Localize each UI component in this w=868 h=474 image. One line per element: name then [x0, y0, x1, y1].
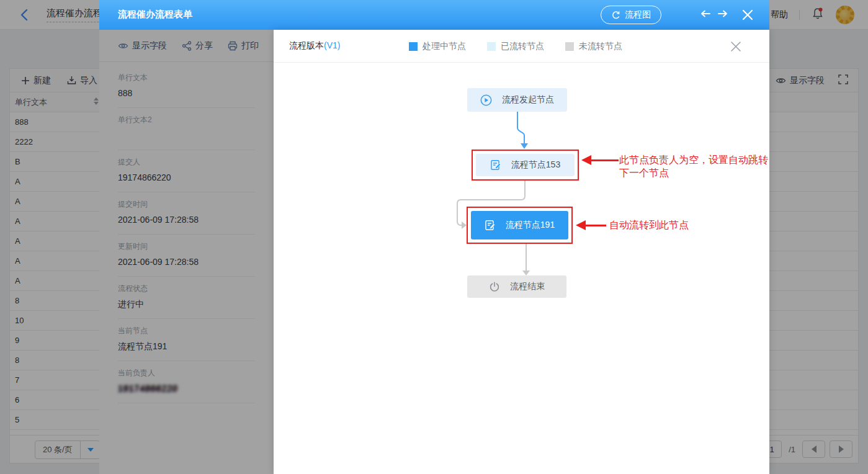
- flowchart-header: 流程版本(V1) 处理中节点 已流转节点 未流转节点: [274, 30, 769, 63]
- drawer-close-icon[interactable]: [741, 8, 754, 24]
- flow-connectors: [274, 63, 769, 474]
- flow-node-end[interactable]: 流程结束: [467, 275, 566, 298]
- flowchart-panel: 流程版本(V1) 处理中节点 已流转节点 未流转节点: [274, 30, 769, 474]
- legend-label: 已流转节点: [501, 41, 544, 52]
- highlight-box-153: 流程节点153: [472, 150, 579, 181]
- flowchart-icon: [611, 11, 620, 20]
- flowchart-close-icon[interactable]: [730, 40, 742, 55]
- flow-version-number: (V1): [324, 40, 340, 50]
- app-root: 流程催办流程表单 帮助 新建 导入: [0, 0, 868, 474]
- prev-record-icon[interactable]: [700, 9, 711, 19]
- legend-item: 未流转节点: [565, 41, 622, 52]
- record-nav: [700, 9, 728, 19]
- flow-version: 流程版本(V1): [289, 40, 340, 51]
- annotation-arrow-1: [581, 155, 619, 165]
- flowchart-canvas: 流程发起节点 流程节点153 此节点负责人为空，设置自动跳转 下一个节点 流: [274, 63, 769, 474]
- flow-node-191[interactable]: 流程节点191: [471, 211, 568, 239]
- drawer-header: 流程催办流程表单 流程图: [99, 0, 769, 30]
- annotation-arrow-2: [576, 220, 606, 230]
- flow-node-start[interactable]: 流程发起节点: [467, 88, 567, 112]
- annotation-text-1: 此节点负责人为空，设置自动跳转 下一个节点: [619, 153, 768, 179]
- form-node-icon: [485, 220, 496, 231]
- legend-swatch: [409, 42, 418, 51]
- legend-item: 已流转节点: [487, 41, 544, 52]
- drawer-title: 流程催办流程表单: [118, 9, 192, 20]
- power-icon: [489, 281, 500, 292]
- next-record-icon[interactable]: [717, 9, 728, 19]
- legend-item: 处理中节点: [409, 41, 466, 52]
- form-node-icon: [490, 159, 501, 171]
- legend-swatch: [565, 42, 574, 51]
- arrow-left-icon: [576, 220, 586, 230]
- legend-label: 未流转节点: [579, 41, 622, 52]
- arrow-left-icon: [581, 155, 591, 165]
- legend-label: 处理中节点: [423, 41, 466, 52]
- annotation-text-2: 自动流转到此节点: [609, 218, 689, 231]
- flow-node-153[interactable]: 流程节点153: [476, 154, 575, 176]
- legend-swatch: [487, 42, 496, 51]
- play-circle-icon: [480, 94, 492, 106]
- flowchart-button[interactable]: 流程图: [601, 6, 661, 24]
- flow-legend: 处理中节点 已流转节点 未流转节点: [409, 30, 622, 63]
- highlight-box-191: 流程节点191: [467, 207, 573, 244]
